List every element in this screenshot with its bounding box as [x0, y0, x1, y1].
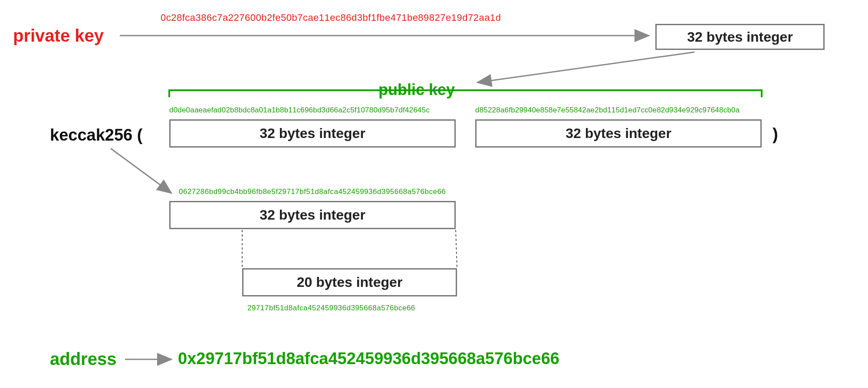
pubkey-y-box-text: 32 bytes integer: [566, 125, 671, 141]
keccak-hash-hex: 0627286bd99cb4bb96fb8e5f29717bf51d8afca4…: [179, 187, 446, 196]
private-key-box: 32 bytes integer: [655, 24, 825, 50]
address-bytes-hex: 29717bf51d8afca452459936d395668a576bce66: [247, 304, 415, 312]
paren-close: ): [773, 125, 778, 144]
keccak-hash-box: 32 bytes integer: [169, 201, 456, 229]
pubkey-x-box: 32 bytes integer: [169, 119, 456, 148]
address-label: address: [50, 349, 116, 369]
public-key-label: public key: [375, 81, 458, 99]
svg-line-2: [477, 52, 694, 82]
svg-line-5: [456, 230, 457, 267]
pubkey-y-hex: d85228a6fb29940e858e7e55842ae2bd115d1ed7…: [475, 106, 740, 115]
keccak-hash-box-text: 32 bytes integer: [260, 207, 365, 223]
address-final: 0x29717bf51d8afca452459936d395668a576bce…: [178, 349, 559, 368]
address-bytes-box-text: 20 bytes integer: [297, 274, 403, 290]
private-key-label: private key: [13, 26, 104, 46]
svg-line-3: [111, 148, 171, 193]
pubkey-y-box: 32 bytes integer: [475, 119, 762, 148]
keccak256-label: keccak256 (: [50, 126, 142, 145]
address-bytes-box: 20 bytes integer: [242, 268, 457, 296]
private-key-hex: 0c28fca386c7a227600b2fe50b7cae11ec86d3bf…: [161, 12, 501, 23]
private-key-box-text: 32 bytes integer: [687, 29, 793, 45]
pubkey-x-hex: d0de0aaeaefad02b8bdc8a01a1b8b11c696bd3d6…: [169, 106, 430, 115]
pubkey-x-box-text: 32 bytes integer: [260, 125, 365, 141]
